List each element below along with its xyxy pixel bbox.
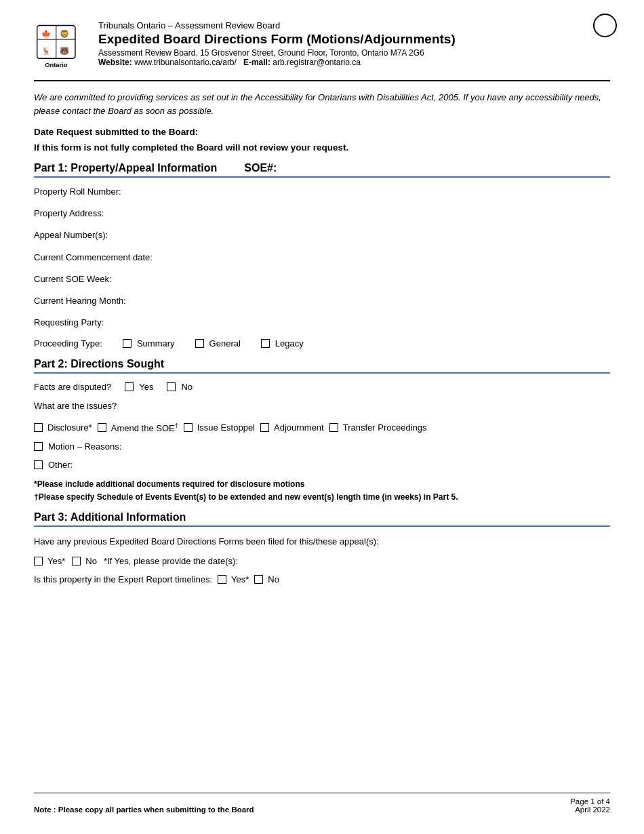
website-label: Website: bbox=[98, 58, 132, 67]
part3-heading: Part 3: Additional Information bbox=[34, 511, 610, 527]
checkbox-disclosure[interactable] bbox=[34, 423, 43, 432]
issue-amend-soe-label: Amend the SOE† bbox=[111, 422, 178, 433]
expert-row: Is this property in the Expert Report ti… bbox=[34, 574, 610, 584]
checkbox-estoppel[interactable] bbox=[184, 423, 193, 432]
footer: Note : Please copy all parties when subm… bbox=[34, 793, 610, 814]
header-text: Tribunals Ontario – Assessment Review Bo… bbox=[98, 20, 610, 67]
checkbox-prev-yes[interactable] bbox=[34, 557, 43, 565]
issue-estoppel-label: Issue Estoppel bbox=[197, 422, 255, 433]
footer-note: Note : Please copy all parties when subm… bbox=[34, 806, 254, 814]
checkbox-legacy[interactable] bbox=[261, 339, 270, 348]
date-request-label: Date Request submitted to the Board: bbox=[34, 127, 610, 137]
facts-no-option[interactable]: No bbox=[167, 382, 193, 392]
header-website: Website: www.tribunalsontario.ca/arb/ E-… bbox=[98, 58, 610, 67]
checkbox-prev-no[interactable] bbox=[72, 557, 81, 565]
svg-text:🦁: 🦁 bbox=[60, 29, 70, 39]
header-org: Tribunals Ontario – Assessment Review Bo… bbox=[98, 20, 610, 31]
issues-label: What are the issues? bbox=[34, 400, 610, 412]
proceeding-type-label: Proceeding Type: bbox=[34, 338, 102, 349]
other-label: Other: bbox=[48, 460, 73, 470]
prev-no-label: No bbox=[85, 556, 97, 566]
issue-adjournment[interactable]: Adjournment bbox=[260, 422, 324, 433]
issue-disclosure-label: Disclosure* bbox=[47, 422, 92, 433]
checkbox-facts-no[interactable] bbox=[167, 382, 176, 391]
part3-heading-text: Part 3: Additional Information bbox=[34, 511, 186, 523]
email-label: E-mail: bbox=[243, 58, 270, 67]
issue-estoppel[interactable]: Issue Estoppel bbox=[184, 422, 255, 433]
other-row[interactable]: Other: bbox=[34, 460, 610, 470]
proceeding-type-row: Proceeding Type: Summary General Legacy bbox=[34, 338, 610, 349]
part3-section: Part 3: Additional Information Have any … bbox=[34, 511, 610, 585]
yes-no-row: Yes* No *If Yes, please provide the date… bbox=[34, 556, 610, 566]
motion-row[interactable]: Motion – Reasons: bbox=[34, 441, 610, 452]
header-section: 🍁 🦁 🦌 🐻 Ontario Tribunals Ontario – Asse… bbox=[34, 20, 610, 81]
field-property-roll: Property Roll Number: bbox=[34, 186, 610, 198]
part1-heading: Part 1: Property/Appeal Information SOE#… bbox=[34, 162, 610, 178]
proceeding-summary-label: Summary bbox=[137, 338, 175, 349]
issue-transfer-label: Transfer Proceedings bbox=[343, 422, 427, 433]
facts-row: Facts are disputed? Yes No bbox=[34, 382, 610, 392]
svg-text:Ontario: Ontario bbox=[45, 62, 68, 68]
proceeding-option-general[interactable]: General bbox=[195, 338, 241, 349]
svg-text:🍁: 🍁 bbox=[41, 29, 52, 39]
previous-forms-field: Have any previous Expedited Board Direct… bbox=[34, 535, 610, 549]
accessibility-note: We are committed to providing services a… bbox=[34, 91, 610, 117]
facts-yes-option[interactable]: Yes bbox=[125, 382, 153, 392]
footnote-star: *Please include additional documents req… bbox=[34, 479, 610, 489]
previous-forms-label: Have any previous Expedited Board Direct… bbox=[34, 536, 379, 547]
soe-label: SOE#: bbox=[244, 162, 277, 174]
issue-adjournment-label: Adjournment bbox=[274, 422, 324, 433]
field-commencement-date: Current Commencement date: bbox=[34, 252, 610, 264]
header-address: Assessment Review Board, 15 Grosvenor St… bbox=[98, 48, 610, 58]
field-hearing-month: Current Hearing Month: bbox=[34, 295, 610, 307]
part2-section: Part 2: Directions Sought Facts are disp… bbox=[34, 358, 610, 502]
proceeding-option-legacy[interactable]: Legacy bbox=[261, 338, 304, 349]
field-appeal-number: Appeal Number(s): bbox=[34, 229, 610, 241]
checkbox-motion[interactable] bbox=[34, 442, 43, 451]
logo-area: 🍁 🦁 🦌 🐻 Ontario bbox=[34, 20, 88, 73]
part2-heading-text: Part 2: Directions Sought bbox=[34, 358, 164, 370]
issues-checkboxes: Disclosure* Amend the SOE† Issue Estoppe… bbox=[34, 422, 610, 433]
facts-no-label: No bbox=[181, 382, 193, 392]
checkbox-expert-yes[interactable] bbox=[218, 575, 226, 584]
email-address: arb.registrar@ontario.ca bbox=[273, 58, 361, 67]
svg-text:🦌: 🦌 bbox=[41, 46, 52, 56]
page-number: Page 1 of 4 bbox=[570, 797, 610, 806]
issue-amend-soe[interactable]: Amend the SOE† bbox=[98, 422, 178, 433]
expert-yes-label: Yes* bbox=[231, 574, 249, 584]
checkbox-summary[interactable] bbox=[123, 339, 132, 348]
checkbox-expert-no[interactable] bbox=[254, 575, 263, 584]
prev-yes-option[interactable]: Yes* bbox=[34, 556, 65, 566]
part1-fields: Property Roll Number: Property Address: … bbox=[34, 186, 610, 329]
checkbox-amend-soe[interactable] bbox=[98, 423, 106, 432]
field-requesting-party: Requesting Party: bbox=[34, 317, 610, 329]
issue-transfer[interactable]: Transfer Proceedings bbox=[329, 422, 427, 433]
svg-text:🐻: 🐻 bbox=[60, 46, 70, 56]
issues-row: What are the issues? bbox=[34, 400, 610, 412]
header-title: Expedited Board Directions Form (Motions… bbox=[98, 32, 610, 47]
part1-heading-text: Part 1: Property/Appeal Information bbox=[34, 162, 217, 174]
if-yes-label: *If Yes, please provide the date(s): bbox=[104, 556, 238, 566]
expert-no-option[interactable]: No bbox=[254, 574, 279, 584]
checkbox-adjournment[interactable] bbox=[260, 423, 269, 432]
checkbox-other[interactable] bbox=[34, 460, 43, 469]
checkbox-transfer[interactable] bbox=[329, 423, 338, 432]
ontario-logo: 🍁 🦁 🦌 🐻 Ontario bbox=[34, 20, 85, 71]
checkbox-facts-yes[interactable] bbox=[125, 382, 134, 391]
facts-label: Facts are disputed? bbox=[34, 382, 111, 392]
expert-yes-option[interactable]: Yes* bbox=[218, 574, 249, 584]
website-url: www.tribunalsontario.ca/arb/ bbox=[134, 58, 237, 67]
motion-label: Motion – Reasons: bbox=[48, 441, 121, 452]
prev-no-option[interactable]: No bbox=[72, 556, 97, 566]
part2-heading: Part 2: Directions Sought bbox=[34, 358, 610, 374]
expert-no-label: No bbox=[268, 574, 279, 584]
proceeding-option-summary[interactable]: Summary bbox=[123, 338, 175, 349]
warning-text: If this form is not fully completed the … bbox=[34, 142, 610, 153]
checkbox-general[interactable] bbox=[195, 339, 204, 348]
proceeding-general-label: General bbox=[209, 338, 241, 349]
issue-disclosure[interactable]: Disclosure* bbox=[34, 422, 92, 433]
footnote-dagger: †Please specify Schedule of Events Event… bbox=[34, 492, 610, 502]
footer-date: April 2022 bbox=[570, 806, 610, 814]
field-soe-week: Current SOE Week: bbox=[34, 273, 610, 285]
footer-page: Page 1 of 4 April 2022 bbox=[570, 797, 610, 814]
